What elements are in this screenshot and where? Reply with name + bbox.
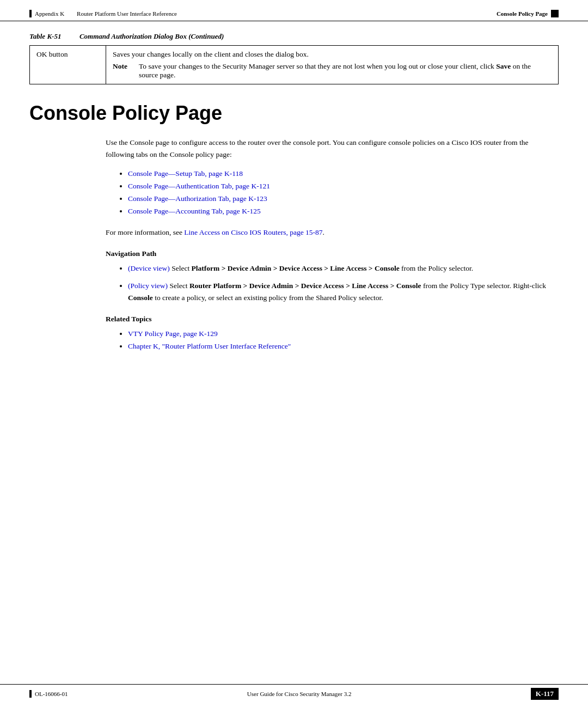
console-auth-link[interactable]: Console Page—Authentication Tab, page K-… (128, 182, 270, 190)
footer-bar (29, 690, 32, 698)
more-info-suffix: . (323, 228, 324, 236)
list-item: Console Page—Authorization Tab, page K-1… (128, 193, 559, 205)
chapter-k-link[interactable]: Chapter K, "Router Platform User Interfa… (128, 342, 291, 350)
list-item: VTY Policy Page, page K-129 (128, 328, 559, 340)
nav-bullet-list: (Device view) Select Platform > Device A… (119, 263, 559, 304)
vty-policy-link[interactable]: VTY Policy Page, page K-129 (128, 329, 218, 338)
header-right: Console Policy Page (497, 10, 559, 17)
table-title: Command Authorization Dialog Box (Contin… (79, 32, 224, 40)
note-text: To save your changes to the Security Man… (139, 62, 552, 80)
note-label: Note (113, 62, 133, 80)
console-accounting-link[interactable]: Console Page—Accounting Tab, page K-125 (128, 207, 261, 215)
page-header: Appendix K Router Platform User Interfac… (0, 0, 588, 21)
more-info-link[interactable]: Line Access on Cisco IOS Routers, page 1… (184, 228, 322, 236)
table-cell-content: Saves your changes locally on the client… (106, 46, 559, 84)
header-page-name: Console Policy Page (497, 10, 548, 17)
table-main-text: Saves your changes locally on the client… (113, 50, 309, 58)
header-section-title: Router Platform User Interface Reference (77, 10, 177, 17)
table-number: Table K-51 (29, 32, 61, 40)
list-item: (Policy view) Select Router Platform > D… (128, 280, 559, 304)
policy-view-link[interactable]: (Policy view) (128, 282, 168, 290)
footer-page-number: K-117 (531, 688, 559, 700)
intro-text: Use the Console page to configure access… (106, 137, 559, 160)
list-item: Console Page—Setup Tab, page K-118 (128, 168, 559, 180)
page-title: Console Policy Page (29, 102, 559, 125)
table-label: Table K-51 Command Authorization Dialog … (29, 32, 559, 41)
list-item: (Device view) Select Platform > Device A… (128, 263, 559, 274)
related-topics-heading: Related Topics (106, 315, 559, 324)
more-info-line: For more information, see Line Access on… (106, 227, 559, 239)
nav-path-heading: Navigation Path (106, 249, 559, 258)
list-item: Console Page—Authentication Tab, page K-… (128, 180, 559, 193)
device-view-link[interactable]: (Device view) (128, 264, 170, 272)
header-bar-right (551, 10, 559, 17)
footer-center: User Guide for Cisco Security Manager 3.… (247, 691, 352, 697)
footer-left: OL-16066-01 (29, 690, 68, 698)
console-authorization-link[interactable]: Console Page—Authorization Tab, page K-1… (128, 194, 267, 203)
more-info-prefix: For more information, see (106, 228, 184, 236)
related-topics-list: VTY Policy Page, page K-129 Chapter K, "… (119, 328, 559, 353)
footer-doc-id: OL-16066-01 (35, 691, 68, 697)
table-cell-label: OK button (30, 46, 106, 84)
command-auth-table: OK button Saves your changes locally on … (29, 45, 559, 84)
footer-guide-title: User Guide for Cisco Security Manager 3.… (247, 691, 352, 697)
table-row: OK button Saves your changes locally on … (30, 46, 559, 84)
header-left: Appendix K Router Platform User Interfac… (29, 10, 177, 17)
header-bar-left (29, 10, 32, 17)
list-item: Chapter K, "Router Platform User Interfa… (128, 340, 559, 353)
note-row: Note To save your changes to the Securit… (113, 62, 552, 80)
bullet-link-list: Console Page—Setup Tab, page K-118 Conso… (119, 168, 559, 218)
page-footer: OL-16066-01 User Guide for Cisco Securit… (0, 684, 588, 703)
header-appendix: Appendix K (35, 10, 64, 17)
list-item: Console Page—Accounting Tab, page K-125 (128, 205, 559, 218)
console-setup-link[interactable]: Console Page—Setup Tab, page K-118 (128, 169, 243, 178)
page-content: Table K-51 Command Authorization Dialog … (0, 21, 588, 383)
